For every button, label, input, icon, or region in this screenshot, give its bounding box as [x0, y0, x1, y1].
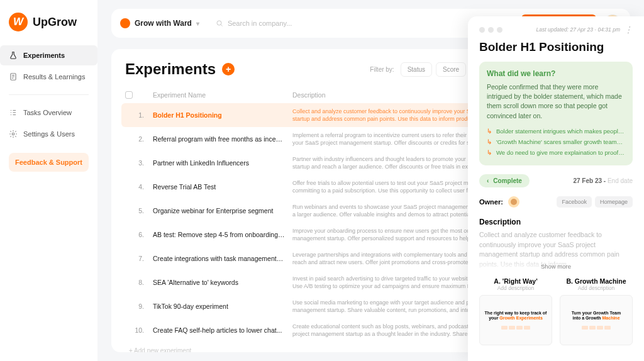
row-number: 7. [125, 255, 145, 262]
logo-icon: W [9, 13, 28, 31]
row-name: Create FAQ self-help articles to lower c… [153, 326, 285, 334]
chevron-down-icon: ▾ [196, 20, 199, 27]
sidebar-item-tasks[interactable]: Tasks Overview [0, 103, 97, 123]
doc-icon [9, 72, 18, 81]
search-icon [216, 19, 223, 27]
sidebar-item-settings[interactable]: Settings & Users [0, 124, 97, 144]
row-name: SEA 'Alternative to' keywords [153, 279, 285, 286]
svg-point-1 [12, 133, 14, 135]
row-name: Bolder H1 Positioning [153, 111, 285, 119]
feedback-support-button[interactable]: Feedback & Support [9, 153, 89, 172]
company-switcher[interactable]: Grow with Ward ▾ [120, 18, 199, 28]
nav-label: Tasks Overview [23, 109, 72, 116]
tag-facebook[interactable]: Facebook [557, 196, 592, 208]
brand-name: UpGrow [33, 16, 77, 29]
nav-label: Results & Learnings [23, 73, 85, 81]
tag-homepage[interactable]: Homepage [595, 196, 633, 208]
row-number: 1. [125, 111, 145, 119]
row-name: Reverse Trial AB Test [153, 183, 285, 191]
more-icon[interactable]: ⋮ [624, 25, 633, 34]
last-updated: Last updated: 27 Apr 23 - 04:31 pm⋮ [536, 25, 633, 34]
filter-status[interactable]: Status [401, 62, 432, 77]
company-badge-icon [120, 18, 130, 28]
search-placeholder: Search in company... [228, 19, 292, 27]
description-heading: Description [479, 218, 633, 226]
row-name: Organize webinar for Enterprise segment [153, 207, 285, 214]
detail-drawer: Last updated: 27 Apr 23 - 04:31 pm⋮ Bold… [468, 16, 644, 361]
sidebar: W UpGrow Experiments Results & Learnings… [0, 0, 97, 361]
row-number: 8. [125, 279, 145, 286]
learning-body: People confirmed that they were more int… [487, 82, 625, 121]
row-name: AB test: Remove step 4-5 from onboarding… [153, 231, 285, 238]
main-nav: Experiments Results & Learnings Tasks Ov… [0, 45, 97, 144]
row-number: 9. [125, 303, 145, 310]
sidebar-item-results[interactable]: Results & Learnings [0, 67, 97, 87]
col-name: Experiment Name [153, 91, 285, 99]
date-range: 27 Feb 23 - End date [573, 177, 633, 184]
drawer-title: Bolder H1 Positioning [479, 40, 633, 54]
sidebar-item-experiments[interactable]: Experiments [0, 45, 97, 65]
row-name: Create integrations with task management… [153, 255, 285, 262]
select-all-checkbox[interactable] [125, 91, 133, 99]
variant-sub: Add description [479, 285, 552, 291]
row-number: 4. [125, 183, 145, 191]
owner-avatar[interactable] [508, 196, 519, 208]
svg-point-2 [217, 21, 221, 25]
learning-heading: What did we learn? [487, 69, 625, 78]
description-text: Collect and analyze customer feedback to… [479, 230, 633, 270]
row-name: TikTok 90-day experiment [153, 303, 285, 310]
variants: A. 'Right Way' Add description The right… [479, 277, 633, 345]
filter-score[interactable]: Score [436, 62, 466, 77]
row-number: 2. [125, 135, 145, 143]
variant-title: B. Growth Machine [560, 277, 633, 285]
variant-a[interactable]: A. 'Right Way' Add description The right… [479, 277, 552, 345]
row-number: 5. [125, 207, 145, 214]
window-controls[interactable] [479, 27, 502, 33]
learning-bullet: ↳We do need to give more explaination to… [487, 147, 625, 158]
variant-sub: Add description [560, 285, 633, 291]
variant-title: A. 'Right Way' [479, 277, 552, 285]
owner-label: Owner: [479, 198, 503, 206]
variant-b[interactable]: B. Growth Machine Add description Turn y… [560, 277, 633, 345]
brand[interactable]: W UpGrow [0, 13, 97, 45]
gear-icon [9, 130, 18, 138]
flask-icon [9, 51, 18, 60]
learning-bullet: ↳'Growth Machine' scares smaller growth … [487, 136, 625, 147]
variant-thumbnail: The right way to keep track ofyour Growt… [479, 295, 552, 345]
nav-label: Settings & Users [23, 130, 75, 138]
learning-card: What did we learn? People confirmed that… [479, 62, 633, 165]
row-number: 10. [125, 326, 145, 334]
add-experiment-icon[interactable]: + [222, 63, 235, 75]
company-name: Grow with Ward [135, 19, 192, 28]
nav-label: Experiments [23, 52, 65, 59]
nav-separator [9, 94, 89, 95]
learning-bullet: ↳Bolder statement intrigues which makes … [487, 126, 625, 136]
variant-thumbnail: Turn your Growth Teaminto a Growth Machi… [560, 295, 633, 345]
list-icon [9, 108, 18, 117]
page-title: Experiments [125, 60, 216, 78]
row-name: Referral program with free months as inc… [153, 135, 285, 143]
row-name: Partner with LinkedIn Influencers [153, 159, 285, 167]
show-more-button[interactable]: Show more [541, 262, 571, 271]
row-number: 6. [125, 231, 145, 238]
filter-label: Filter by: [370, 66, 394, 73]
row-number: 3. [125, 159, 145, 167]
tags: Facebook Homepage [557, 196, 633, 208]
status-complete-pill[interactable]: ‹Complete [479, 174, 530, 187]
